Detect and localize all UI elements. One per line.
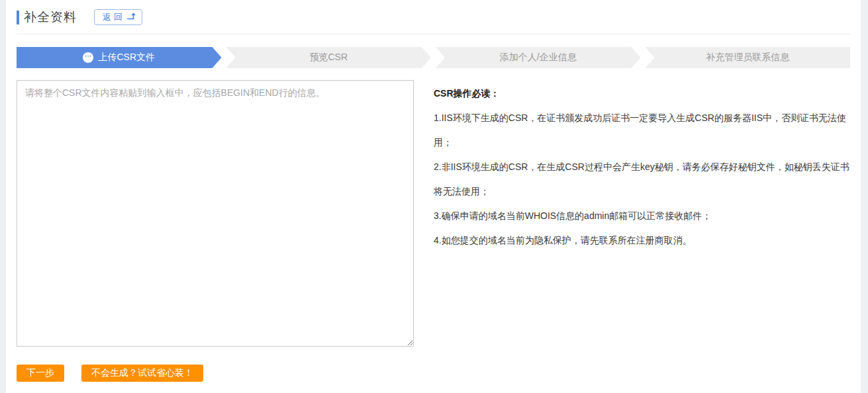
step-preview-csr[interactable]: 预览CSR [226, 47, 432, 68]
page-header: 补全资料 返回 [17, 0, 850, 26]
next-step-button[interactable]: 下一步 [17, 365, 64, 382]
step-label: 预览CSR [309, 52, 348, 64]
content-panel: 补全资料 返回 ●●● 上传CSR文件 预览CSR 添加个人/企业信息 [6, 0, 861, 393]
ellipsis-dots: ●●● [85, 55, 91, 58]
page-title: 补全资料 [24, 9, 77, 26]
step-upload-csr[interactable]: ●●● 上传CSR文件 [17, 47, 222, 68]
action-bar: 下一步 不会生成？试试省心装！ [17, 365, 850, 382]
csr-input[interactable] [17, 80, 414, 347]
ellipsis-icon: ●●● [83, 52, 93, 63]
csr-instructions: CSR操作必读： 1.IIS环境下生成的CSR，在证书颁发成功后证书一定要导入生… [434, 80, 850, 347]
header-divider [17, 34, 850, 34]
back-button-label: 返回 [103, 11, 125, 23]
step-wizard: ●●● 上传CSR文件 预览CSR 添加个人/企业信息 补充管理员联系信息 [17, 47, 850, 68]
title-accent-bar [17, 11, 19, 24]
step-label: 补充管理员联系信息 [706, 52, 789, 64]
step-add-info[interactable]: 添加个人/企业信息 [436, 47, 641, 68]
return-arrow-icon [125, 12, 136, 22]
easy-install-button[interactable]: 不会生成？试试省心装！ [81, 365, 203, 382]
step-label: 添加个人/企业信息 [500, 52, 577, 64]
main-content: CSR操作必读： 1.IIS环境下生成的CSR，在证书颁发成功后证书一定要导入生… [17, 80, 850, 347]
instruction-item: 3.确保申请的域名当前WHOIS信息的admin邮箱可以正常接收邮件； [434, 204, 850, 228]
step-label: 上传CSR文件 [98, 52, 155, 64]
instructions-title: CSR操作必读： [434, 81, 850, 106]
instruction-item: 1.IIS环境下生成的CSR，在证书颁发成功后证书一定要导入生成CSR的服务器I… [434, 106, 850, 155]
step-admin-contact[interactable]: 补充管理员联系信息 [646, 47, 851, 68]
instruction-item: 4.如您提交的域名当前为隐私保护，请先联系所在注册商取消。 [434, 228, 850, 253]
instruction-item: 2.非IIS环境生成的CSR，在生成CSR过程中会产生key秘钥，请务必保存好秘… [434, 155, 850, 204]
back-button[interactable]: 返回 [94, 9, 142, 25]
